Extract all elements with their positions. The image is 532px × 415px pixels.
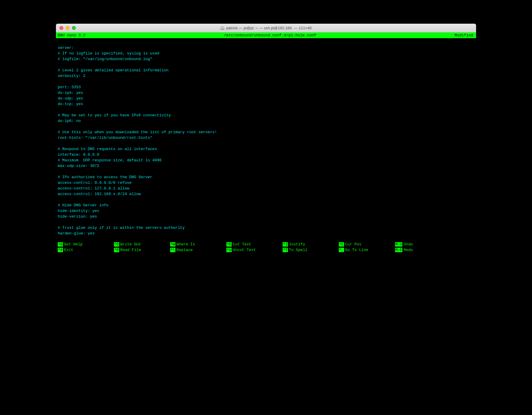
window-title-text: patrick — pi@pi: ~ — ssh pi@192.168. — 1… (226, 26, 312, 30)
shortcut-cur-pos[interactable]: ^CCur Pos (339, 242, 395, 247)
shortcut-replace[interactable]: ^\Replace (170, 247, 226, 253)
nano-shortcut-bar: ^GGet Help ^OWrite Out ^WWhere Is ^KCut … (56, 236, 476, 254)
window-title: patrick — pi@pi: ~ — ssh pi@192.168. — 1… (220, 26, 312, 30)
traffic-lights (56, 26, 76, 30)
shortcut-justify[interactable]: ^JJustify (283, 242, 339, 247)
shortcut-to-spell[interactable]: ^TTo Spell (283, 247, 339, 253)
nano-version: GNU nano 3.2 (58, 33, 86, 38)
shortcut-undo[interactable]: M-UUndo (395, 242, 431, 247)
editor-content[interactable]: server: # If no logfile is specified, sy… (56, 38, 476, 236)
home-icon (220, 26, 225, 30)
close-button[interactable] (59, 26, 63, 30)
nano-filename: /etc/unbound/unbound.conf.d/pi-hole.conf (86, 33, 455, 38)
shortcut-row-2: ^XExit ^RRead File ^\Replace ^UUncut Tex… (58, 247, 474, 253)
shortcut-row-1: ^GGet Help ^OWrite Out ^WWhere Is ^KCut … (58, 242, 474, 247)
shortcut-read-file[interactable]: ^RRead File (114, 247, 170, 253)
shortcut-uncut-text[interactable]: ^UUncut Text (226, 247, 283, 253)
shortcut-write-out[interactable]: ^OWrite Out (114, 242, 170, 247)
shortcut-go-to-line[interactable]: ^_Go To Line (339, 247, 395, 253)
minimize-button[interactable] (66, 26, 70, 30)
shortcut-cut-text[interactable]: ^KCut Text (226, 242, 283, 247)
shortcut-exit[interactable]: ^XExit (58, 247, 114, 253)
terminal-window: patrick — pi@pi: ~ — ssh pi@192.168. — 1… (56, 24, 476, 340)
shortcut-where-is[interactable]: ^WWhere Is (170, 242, 226, 247)
nano-statusbar: GNU nano 3.2 /etc/unbound/unbound.conf.d… (56, 33, 476, 38)
shortcut-get-help[interactable]: ^GGet Help (58, 242, 114, 247)
shortcut-redo[interactable]: M-ERedo (395, 247, 431, 253)
terminal-body[interactable]: GNU nano 3.2 /etc/unbound/unbound.conf.d… (56, 33, 476, 340)
window-titlebar[interactable]: patrick — pi@pi: ~ — ssh pi@192.168. — 1… (56, 24, 476, 33)
nano-modified-indicator: Modified (455, 33, 473, 38)
maximize-button[interactable] (72, 26, 76, 30)
